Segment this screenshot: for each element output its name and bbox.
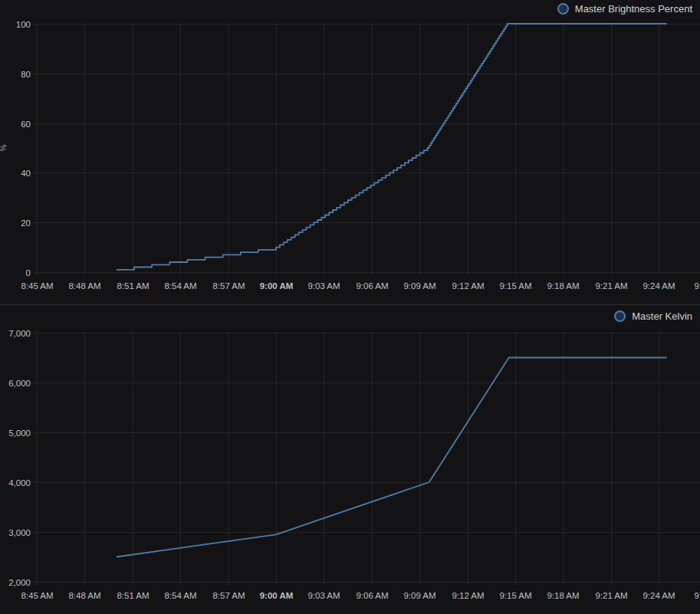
y-tick-label: 2,000 [8,578,31,587]
y-tick-label: 7,000 [8,329,31,338]
kelvin-legend-label: Master Kelvin [632,311,692,321]
x-tick-label: 9:15 AM [499,591,531,600]
x-tick-label: 9:21 AM [595,281,627,291]
x-tick-label: 9:03 AM [307,281,340,291]
brightness-plot[interactable]: 0204060801008:45 AM8:48 AM8:51 AM8:54 AM… [0,17,700,296]
x-tick-label: 8:54 AM [164,591,196,600]
y-tick-label: 20 [21,218,31,228]
y-axis-title: % [0,144,8,151]
x-tick-label: 8:54 AM [164,281,196,291]
gridlines [34,333,700,585]
kelvin-chart-section: Master Kelvin 2,0003,0004,0005,0006,0007… [0,305,700,614]
y-tick-label: 3,000 [8,528,31,537]
series-line [117,358,667,557]
y-tick-label: 60 [21,120,31,129]
x-tick-label: 9:24 AM [642,281,675,291]
y-tick-label: 0 [26,268,31,277]
gridlines [34,24,700,275]
x-tick-label: 9:09 AM [403,281,435,291]
x-tick-label: 8:51 AM [117,591,149,600]
tick-labels: 0204060801008:45 AM8:48 AM8:51 AM8:54 AM… [16,20,700,291]
brightness-legend[interactable]: Master Brightness Percent [0,0,700,17]
y-tick-label: 6,000 [8,379,31,388]
x-tick-label: 9:00 AM [260,281,294,291]
kelvin-legend[interactable]: Master Kelvin [0,305,700,327]
kelvin-plot[interactable]: 2,0003,0004,0005,0006,0007,0008:45 AM8:4… [0,327,700,614]
x-tick-label: 8:51 AM [117,281,149,291]
y-tick-label: 40 [21,169,31,178]
x-tick-label: 9:12 AM [452,591,484,600]
x-tick-label: 9:09 AM [403,591,435,600]
x-tick-label: 8:57 AM [212,591,245,600]
y-tick-label: 5,000 [8,428,31,438]
series-line [117,24,667,270]
x-tick-label: 8:45 AM [21,281,53,291]
brightness-chart-section: Master Brightness Percent 0204060801008:… [0,0,700,296]
x-tick-label: 9:06 AM [356,281,388,291]
x-tick-label: 9:12 AM [452,281,484,291]
x-tick-label: 9: [695,281,700,291]
brightness-legend-label: Master Brightness Percent [575,4,692,14]
x-tick-label: 9:18 AM [547,281,579,291]
x-tick-label: 8:48 AM [68,281,100,291]
y-tick-label: 100 [16,20,31,29]
tick-labels: 2,0003,0004,0005,0006,0007,0008:45 AM8:4… [8,329,700,601]
y-tick-label: 4,000 [8,478,31,488]
y-tick-label: 80 [21,70,31,79]
x-tick-label: 9:21 AM [595,591,627,600]
history-charts-panel: Master Brightness Percent 0204060801008:… [0,0,700,614]
series-color-dot-icon [614,310,626,322]
series-color-dot-icon [557,3,569,15]
x-tick-label: 9:00 AM [260,591,294,600]
x-tick-label: 9:24 AM [642,591,675,600]
x-tick-label: 9:15 AM [499,281,531,291]
x-tick-label: 8:57 AM [212,281,245,291]
x-tick-label: 9:18 AM [547,591,579,600]
x-tick-label: 8:45 AM [21,591,53,600]
x-tick-label: 9: [695,591,700,600]
x-tick-label: 8:48 AM [68,591,100,600]
x-tick-label: 9:03 AM [307,591,340,600]
x-tick-label: 9:06 AM [356,591,388,600]
